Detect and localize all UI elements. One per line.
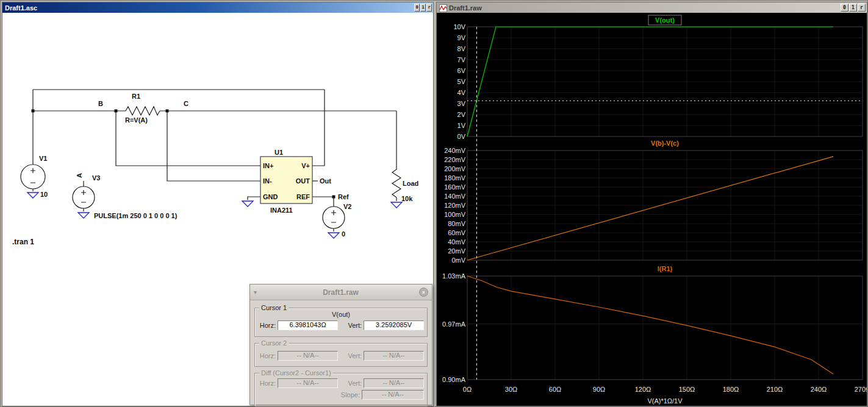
schematic-pane[interactable]: Draft1.asc 0 1 r [2,2,434,406]
v3-name-label[interactable]: V3 [92,174,100,182]
plot-canvas[interactable]: 10V9V8V7V6V5V4V3V2V1V0VV(out)240mV220mV2… [437,13,867,406]
v1-value-label[interactable]: 10 [40,191,48,198]
x-tick-label: 210Ω [767,386,783,393]
cursor2-legend: Cursor 2 [259,339,289,347]
plot-title-V(out)[interactable]: V(out) [655,16,675,24]
y-tick-label: 100mV [444,211,466,218]
u1-pin-vplus: V+ [301,162,310,169]
chevron-down-icon[interactable]: ▾ [254,289,262,296]
trace-V(b)-V(c)[interactable] [467,157,833,260]
spice-directive[interactable]: .tran 1 [12,238,34,246]
r1-name-label[interactable]: R1 [132,93,140,100]
load-value-label[interactable]: 10k [401,195,413,202]
minimize-button[interactable]: 0 [841,4,848,12]
cursor-dialog-title: Draft1.raw [262,288,419,297]
v1-polarity-marks [30,168,35,183]
plot-background[interactable]: 10V9V8V7V6V5V4V3V2V1V0VV(out)240mV220mV2… [437,13,867,406]
cursor-dialog-titlebar[interactable]: ▾ Draft1.raw × [250,285,432,300]
net-ref-label[interactable]: Ref [338,193,349,200]
v2-value-label[interactable]: 0 [342,230,345,238]
diff-horz-label: Horz: [258,380,276,387]
wire-c-sense[interactable] [167,111,260,181]
cursor1-horz-value[interactable]: 6.3981043Ω [278,320,338,330]
plot-title-I(R1)[interactable]: I(R1) [658,265,673,272]
net-a-label[interactable]: A [76,173,83,178]
wire-vplus[interactable] [312,90,325,166]
plot-title-V(b)-V(c)[interactable]: V(b)-V(c) [651,140,679,147]
wire-gnd-pin[interactable] [248,197,260,200]
ltspice-window: Draft1.asc 0 1 r [0,0,868,407]
y-tick-label: 160mV [444,183,466,191]
schematic-titlebar[interactable]: Draft1.asc 0 1 r [2,2,433,13]
y-tick-label: 7V [457,56,466,63]
cursor1-legend: Cursor 1 [259,304,289,311]
y-tick-label: 3V [457,100,466,107]
y-tick-label: 10V [453,23,465,30]
maximize-button[interactable]: 1 [420,4,426,12]
minimize-button[interactable]: 0 [414,4,420,12]
close-button[interactable]: r [858,4,866,12]
u1-pin-inplus: IN+ [263,162,273,169]
wire-ref[interactable] [312,197,334,207]
cursor1-group: Cursor 1 V(out) Horz: 6.3981043Ω Vert: 3… [254,308,428,337]
cursor1-vert-label: Vert: [342,322,362,329]
resistor-r1[interactable] [126,107,160,115]
y-tick-label: 0.90mA [442,376,466,383]
cursor2-group: Cursor 2 Horz: -- N/A-- Vert: -- N/A-- [254,343,428,367]
cursor2-vert-value: -- N/A-- [364,351,424,361]
net-c-label[interactable]: C [184,100,188,107]
x-tick-label: 90Ω [593,386,605,393]
waveform-pane[interactable]: Draft1.raw 0 1 r 10V9V8V7V6V5V4V3V2V1V0V… [436,2,867,406]
y-tick-label: 0.97mA [442,320,466,328]
cursor1-vert-value[interactable]: 3.2592085V [364,320,424,330]
v2-name-label[interactable]: V2 [343,203,351,210]
resistor-load[interactable] [392,168,401,197]
ground-v2-icon[interactable] [328,233,339,238]
schematic-title: Draft1.asc [5,4,414,12]
v1-name-label[interactable]: V1 [39,155,47,162]
y-tick-label: 0V [457,133,466,140]
ground-v1-icon[interactable] [27,193,38,198]
u1-value-label[interactable]: INA211 [270,207,293,214]
ground-load-icon[interactable] [391,202,402,208]
diff-horz-value: -- N/A-- [278,378,338,388]
ground-v3-icon[interactable] [78,213,89,218]
waveform-titlebar[interactable]: Draft1.raw 0 1 r [437,2,867,13]
close-button[interactable]: r [426,4,432,12]
maximize-button[interactable]: 1 [849,4,857,12]
close-icon[interactable]: × [419,288,428,297]
y-tick-label: 200mV [444,165,466,172]
trace-I(R1)[interactable] [467,276,833,374]
x-axis-label: V(A)*1Ω/1V [647,397,683,405]
y-tick-label: 120mV [444,202,466,209]
y-tick-label: 4V [457,89,466,96]
x-tick-label: 30Ω [505,386,517,393]
diff-legend: Diff (Cursor2 - Cursor1) [259,369,333,377]
cursor2-horz-value: -- N/A-- [278,351,338,361]
y-tick-label: 20mV [448,247,465,255]
waveform-title: Draft1.raw [449,4,840,12]
v3-value-label[interactable]: PULSE(1m 250 0 1 0 0 0 1) [94,212,178,219]
u1-pin-out: OUT [296,177,310,185]
source-v3[interactable] [73,186,95,208]
cursor2-vert-label: Vert: [342,352,362,359]
y-tick-label: 80mV [448,220,465,227]
x-tick-label: 270Ω [855,386,867,393]
net-b-label[interactable]: B [98,100,103,107]
load-name-label[interactable]: Load [403,180,418,187]
ground-u1-icon[interactable] [242,201,253,207]
r1-value-label[interactable]: R=V(A) [125,116,148,124]
cursor2-horz-label: Horz: [258,352,276,359]
cursor-dialog[interactable]: ▾ Draft1.raw × Cursor 1 V(out) Horz: 6.3… [249,284,432,405]
x-tick-label: 180Ω [723,386,739,393]
u1-name-label[interactable]: U1 [274,149,283,156]
y-tick-label: 180mV [444,174,466,182]
net-out-label[interactable]: Out [320,177,331,185]
y-tick-label: 5V [457,78,466,85]
junction-dot [166,110,169,113]
source-v2[interactable] [323,207,345,228]
y-tick-label: 0mV [451,257,465,264]
u1-pin-gnd: GND [263,193,278,200]
y-tick-label: 6V [457,67,466,74]
junction-dot [32,110,35,113]
